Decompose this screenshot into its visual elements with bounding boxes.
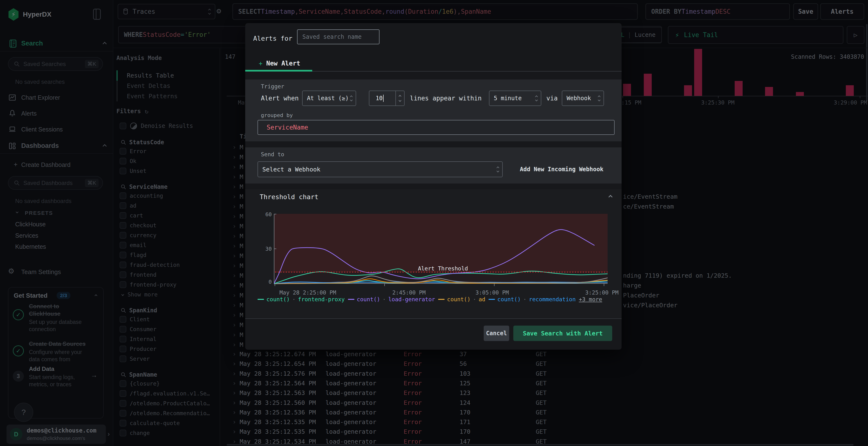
- legend-dash: [348, 299, 354, 300]
- condition-value: At least (≥): [307, 95, 349, 102]
- tab-new-alert[interactable]: + New Alert: [259, 60, 300, 67]
- chart-x-tick: May 28 2:25:00 PM: [279, 289, 336, 296]
- grouped-by-input[interactable]: ServiceName: [257, 120, 615, 135]
- legend-more-button[interactable]: +3 more: [579, 296, 602, 303]
- saved-search-name-input[interactable]: Saved search name: [297, 29, 379, 44]
- threshold-value: 10: [376, 95, 383, 102]
- window-select[interactable]: 5 minute: [489, 91, 541, 106]
- legend-item[interactable]: count()·load-generator: [348, 296, 435, 303]
- legend-item[interactable]: count()·recommendation: [489, 296, 576, 303]
- threshold-value-input[interactable]: 10: [369, 91, 405, 106]
- chart-x-tick: 2:45:00 PM: [392, 289, 426, 296]
- footer-divider: [245, 318, 622, 319]
- active-tab-indicator: [245, 70, 312, 71]
- cancel-button[interactable]: Cancel: [484, 325, 509, 341]
- webhook-select[interactable]: Select a Webhook: [257, 161, 503, 177]
- condition-select[interactable]: At least (≥): [302, 91, 356, 106]
- grouped-by-value: ServiceName: [267, 124, 308, 131]
- webhook-select-value: Select a Webhook: [262, 166, 320, 173]
- channel-value: Webhook: [567, 95, 591, 102]
- save-search-with-alert-button[interactable]: Save Search with Alert: [513, 325, 612, 341]
- trigger-label: Trigger: [261, 83, 284, 90]
- alert-threshold-label: Alert Threshold: [411, 265, 474, 272]
- select-chevrons-icon: [497, 167, 499, 172]
- y-tick-30: 30: [259, 246, 272, 252]
- add-webhook-button[interactable]: Add New Incoming Webhook: [520, 161, 603, 177]
- legend-dash: [257, 299, 264, 300]
- chart-legend: count()·frontend-proxycount()·load-gener…: [257, 296, 613, 303]
- channel-select[interactable]: Webhook: [562, 91, 604, 106]
- send-to-label: Send to: [261, 151, 284, 158]
- grouped-by-label: grouped by: [261, 112, 293, 118]
- number-spinner[interactable]: [396, 91, 404, 105]
- legend-item[interactable]: count()·frontend-proxy: [257, 296, 345, 303]
- alert-modal: Alerts for Saved search name + New Alert…: [245, 23, 622, 350]
- lines-appear-label: lines appear within: [410, 91, 482, 106]
- select-chevrons-icon: [535, 96, 537, 101]
- plus-icon: +: [259, 60, 266, 67]
- threshold-chart: [274, 214, 608, 286]
- chart-x-tick: 3:25:00 PM: [585, 289, 618, 296]
- chart-x-tick: 3:05:00 PM: [475, 289, 509, 296]
- legend-dash: [489, 299, 495, 300]
- via-label: via: [546, 91, 558, 106]
- app-root: ⚡ HyperDX Search Saved Searches ⌘K No sa…: [0, 0, 868, 446]
- select-chevrons-icon: [598, 96, 600, 101]
- alert-when-label: Alert when: [261, 91, 299, 106]
- legend-item[interactable]: count()·ad: [438, 296, 485, 303]
- y-tick-60: 60: [259, 211, 272, 217]
- window-value: 5 minute: [494, 95, 522, 102]
- trigger-section: Trigger Alert when At least (≥) 10 lines…: [245, 79, 622, 141]
- threshold-chart-title: Threshold chart: [260, 193, 318, 201]
- legend-dash: [438, 299, 444, 300]
- modal-title: Alerts for: [253, 35, 292, 42]
- send-to-section: Send to Select a Webhook Add New Incomin…: [245, 147, 622, 183]
- text-cursor: [383, 95, 383, 102]
- name-placeholder: Saved search name: [302, 33, 362, 40]
- select-chevrons-icon: [350, 96, 352, 101]
- y-tick-0: 0: [259, 279, 272, 285]
